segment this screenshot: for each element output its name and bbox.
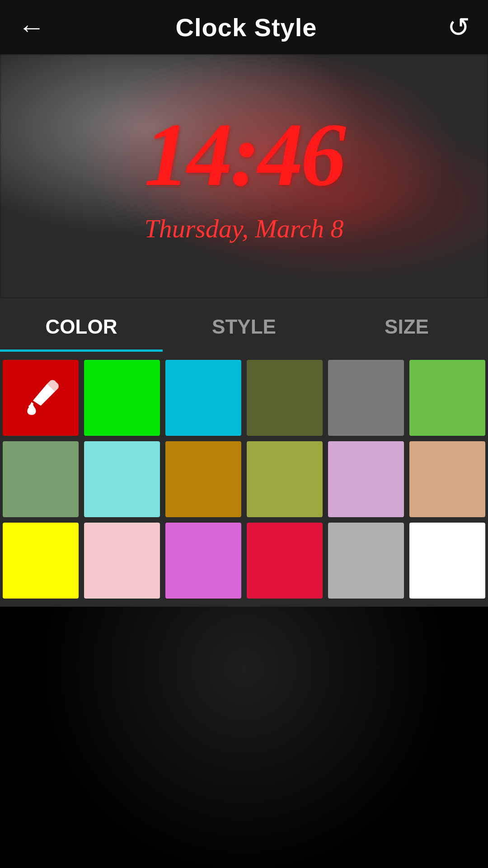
tab-size[interactable]: SIZE	[325, 298, 488, 352]
color-swatch-khaki[interactable]	[247, 441, 323, 517]
color-swatch-light-cyan[interactable]	[84, 441, 160, 517]
color-swatch-green[interactable]	[84, 360, 160, 436]
color-swatch-tan[interactable]	[409, 441, 485, 517]
color-swatch-olive[interactable]	[247, 360, 323, 436]
color-swatch-violet[interactable]	[165, 523, 241, 599]
app-header: ← Clock Style ↺	[0, 0, 488, 54]
color-swatch-custom[interactable]	[3, 360, 79, 436]
back-button[interactable]: ←	[18, 12, 45, 43]
page-title: Clock Style	[176, 13, 317, 42]
color-swatch-silver[interactable]	[328, 523, 404, 599]
color-swatch-white[interactable]	[409, 523, 485, 599]
clock-date-display: Thursday, March 8	[145, 213, 344, 244]
color-swatch-cyan[interactable]	[165, 360, 241, 436]
bottom-area	[0, 607, 488, 868]
refresh-button[interactable]: ↺	[447, 11, 470, 43]
color-swatch-dark-gold[interactable]	[165, 441, 241, 517]
tab-style[interactable]: STYLE	[163, 298, 325, 352]
clock-time-display: 14:46	[144, 109, 344, 200]
color-swatch-lavender[interactable]	[328, 441, 404, 517]
color-swatch-crimson[interactable]	[247, 523, 323, 599]
tabs-bar: COLOR STYLE SIZE	[0, 298, 488, 352]
clock-preview: 14:46 Thursday, March 8	[0, 54, 488, 298]
color-swatch-lime[interactable]	[409, 360, 485, 436]
color-swatch-sage[interactable]	[3, 441, 79, 517]
color-swatch-gray[interactable]	[328, 360, 404, 436]
tab-color[interactable]: COLOR	[0, 298, 163, 352]
color-swatch-yellow[interactable]	[3, 523, 79, 599]
color-grid	[0, 352, 488, 607]
color-swatch-light-pink[interactable]	[84, 523, 160, 599]
preview-content: 14:46 Thursday, March 8	[0, 54, 488, 298]
